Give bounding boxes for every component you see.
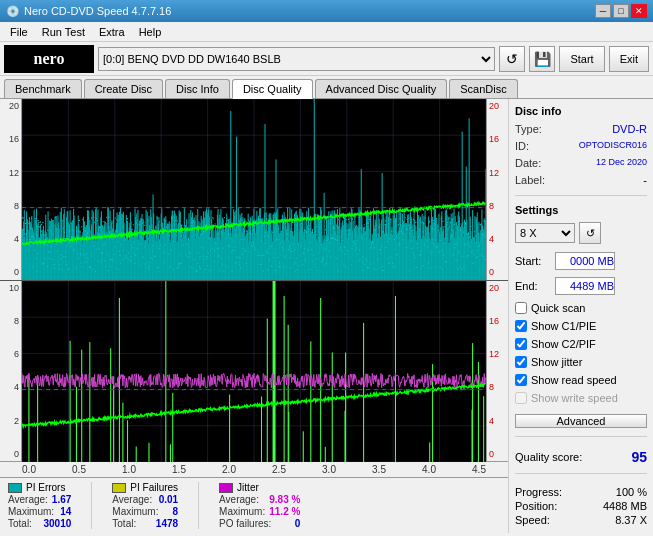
menu-extra[interactable]: Extra (93, 24, 131, 40)
tab-disc-info[interactable]: Disc Info (165, 79, 230, 98)
disc-type-label: Type: (515, 123, 542, 135)
quick-scan-checkbox[interactable] (515, 302, 527, 314)
end-input[interactable] (555, 277, 615, 295)
start-input[interactable] (555, 252, 615, 270)
jitter-avg-label: Average: (219, 494, 259, 505)
save-icon-button[interactable]: 💾 (529, 46, 555, 72)
tab-disc-quality[interactable]: Disc Quality (232, 79, 313, 99)
drive-select[interactable]: [0:0] BENQ DVD DD DW1640 BSLB (98, 47, 495, 71)
menu-bar: File Run Test Extra Help (0, 22, 653, 42)
pi-errors-label: PI Errors (26, 482, 65, 493)
po-failures-value: 0 (295, 518, 301, 529)
speed-row: 8 X Max 4 X 2 X ↺ (515, 222, 647, 244)
show-jitter-row: Show jitter (515, 356, 647, 368)
toolbar: nero [0:0] BENQ DVD DD DW1640 BSLB ↺ 💾 S… (0, 42, 653, 76)
disc-type-value: DVD-R (612, 123, 647, 135)
pi-errors-max-value: 14 (60, 506, 71, 517)
legend-pi-failures: PI Failures Average: 0.01 Maximum: 8 Tot… (112, 482, 178, 529)
show-c2-pif-checkbox[interactable] (515, 338, 527, 350)
pi-errors-legend-box (8, 483, 22, 493)
quick-scan-label: Quick scan (531, 302, 585, 314)
show-jitter-checkbox[interactable] (515, 356, 527, 368)
maximize-button[interactable]: □ (613, 4, 629, 18)
show-read-speed-checkbox[interactable] (515, 374, 527, 386)
speed-value: 8.37 X (615, 514, 647, 526)
start-mb-row: Start: (515, 252, 647, 270)
disc-label-value: - (643, 174, 647, 186)
disc-id-label: ID: (515, 140, 529, 152)
pi-failures-label: PI Failures (130, 482, 178, 493)
disc-id-row: ID: OPTODISCR016 (515, 140, 647, 152)
show-write-speed-row: Show write speed (515, 392, 647, 404)
progress-section: Progress: 100 % Position: 4488 MB Speed:… (515, 486, 647, 528)
start-label: Start: (515, 255, 555, 267)
show-c1-pie-row: Show C1/PIE (515, 320, 647, 332)
show-c1-pie-label: Show C1/PIE (531, 320, 596, 332)
disc-label-label: Label: (515, 174, 545, 186)
jitter-max-value: 11.2 % (269, 506, 300, 517)
pi-failures-total-value: 1478 (156, 518, 178, 529)
advanced-button[interactable]: Advanced (515, 414, 647, 428)
position-row: Position: 4488 MB (515, 500, 647, 512)
tab-scandisc[interactable]: ScanDisc (449, 79, 517, 98)
pi-failures-max-label: Maximum: (112, 506, 158, 517)
tab-advanced-disc-quality[interactable]: Advanced Disc Quality (315, 79, 448, 98)
show-jitter-label: Show jitter (531, 356, 582, 368)
menu-file[interactable]: File (4, 24, 34, 40)
show-write-speed-label: Show write speed (531, 392, 618, 404)
app-icon: 💿 (6, 5, 20, 18)
start-button[interactable]: Start (559, 46, 604, 72)
speed-label: Speed: (515, 514, 550, 526)
top-chart-y-axis-right: 201612840 (486, 99, 508, 280)
show-read-speed-row: Show read speed (515, 374, 647, 386)
quality-score-label: Quality score: (515, 451, 582, 463)
refresh-speed-button[interactable]: ↺ (579, 222, 601, 244)
jitter-max-label: Maximum: (219, 506, 265, 517)
pi-failures-max-value: 8 (173, 506, 179, 517)
title-bar-text: Nero CD-DVD Speed 4.7.7.16 (24, 5, 171, 17)
pi-failures-total-label: Total: (112, 518, 136, 529)
bottom-chart-y-axis-right: 201612840 (486, 281, 508, 462)
speed-row-progress: Speed: 8.37 X (515, 514, 647, 526)
show-write-speed-checkbox (515, 392, 527, 404)
pi-errors-avg-value: 1.67 (52, 494, 71, 505)
minimize-button[interactable]: ─ (595, 4, 611, 18)
show-c1-pie-checkbox[interactable] (515, 320, 527, 332)
pi-errors-total-label: Total: (8, 518, 32, 529)
po-failures-label: PO failures: (219, 518, 271, 529)
disc-date-value: 12 Dec 2020 (596, 157, 647, 169)
quality-score-row: Quality score: 95 (515, 449, 647, 465)
disc-type-row: Type: DVD-R (515, 123, 647, 135)
position-label: Position: (515, 500, 557, 512)
pi-errors-max-label: Maximum: (8, 506, 54, 517)
disc-label-row: Label: - (515, 174, 647, 186)
speed-select[interactable]: 8 X Max 4 X 2 X (515, 223, 575, 243)
tab-create-disc[interactable]: Create Disc (84, 79, 163, 98)
top-chart-y-axis-left: 201612840 (0, 99, 22, 280)
pi-errors-avg-label: Average: (8, 494, 48, 505)
refresh-icon-button[interactable]: ↺ (499, 46, 525, 72)
pi-failures-legend-box (112, 483, 126, 493)
chart-area: 201612840 201612840 1086420 201612840 (0, 99, 508, 533)
tab-benchmark[interactable]: Benchmark (4, 79, 82, 98)
end-label: End: (515, 280, 555, 292)
exit-button[interactable]: Exit (609, 46, 649, 72)
settings-title: Settings (515, 204, 647, 216)
tabs-bar: Benchmark Create Disc Disc Info Disc Qua… (0, 76, 653, 99)
close-button[interactable]: ✕ (631, 4, 647, 18)
top-chart-canvas (22, 99, 486, 280)
disc-date-row: Date: 12 Dec 2020 (515, 157, 647, 169)
show-c2-pif-label: Show C2/PIF (531, 338, 596, 350)
menu-help[interactable]: Help (133, 24, 168, 40)
position-value: 4488 MB (603, 500, 647, 512)
title-bar: 💿 Nero CD-DVD Speed 4.7.7.16 ─ □ ✕ (0, 0, 653, 22)
progress-value: 100 % (616, 486, 647, 498)
pi-failures-avg-label: Average: (112, 494, 152, 505)
progress-label: Progress: (515, 486, 562, 498)
jitter-avg-value: 9.83 % (269, 494, 300, 505)
jitter-legend-box (219, 483, 233, 493)
menu-run-test[interactable]: Run Test (36, 24, 91, 40)
show-c2-pif-row: Show C2/PIF (515, 338, 647, 350)
disc-info-title: Disc info (515, 105, 647, 117)
legend-pi-errors: PI Errors Average: 1.67 Maximum: 14 Tota… (8, 482, 71, 529)
